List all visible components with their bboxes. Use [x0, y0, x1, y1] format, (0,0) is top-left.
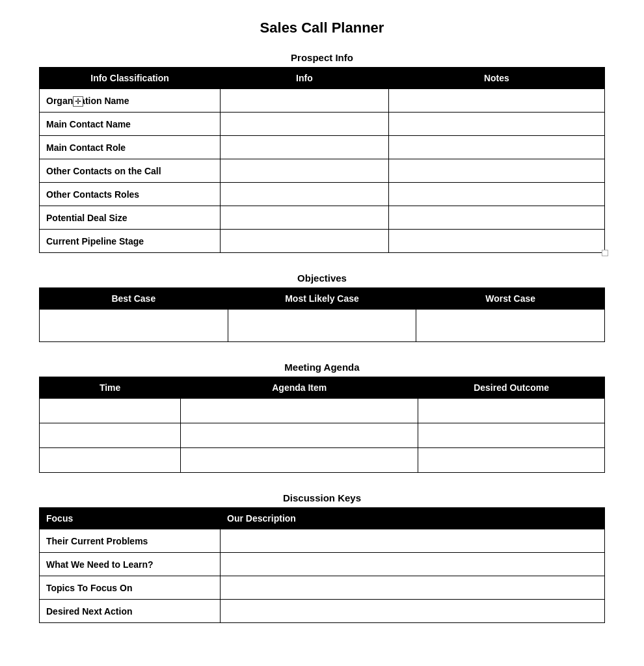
- discussion-header-row: Focus Our Description: [40, 508, 605, 529]
- agenda-table: Time Agenda Item Desired Outcome: [39, 377, 605, 473]
- discussion-focus-3: Desired Next Action: [40, 600, 221, 623]
- prospect-col-classification: Info Classification: [40, 68, 221, 89]
- agenda-time-0[interactable]: [40, 399, 181, 423]
- prospect-row-notes-3[interactable]: [388, 159, 604, 183]
- agenda-col-item: Agenda Item: [181, 377, 418, 399]
- prospect-row-label-5: Potential Deal Size: [40, 206, 221, 230]
- agenda-outcome-2[interactable]: [418, 448, 605, 473]
- prospect-data-row: Main Contact Role: [40, 136, 605, 159]
- objectives-likely-cell[interactable]: [228, 310, 416, 342]
- prospect-row-notes-4[interactable]: [388, 183, 604, 206]
- prospect-row-notes-5[interactable]: [388, 206, 604, 230]
- agenda-col-outcome: Desired Outcome: [418, 377, 605, 399]
- prospect-row-info-1[interactable]: [221, 113, 389, 136]
- discussion-table: Focus Our Description Their Current Prob…: [39, 507, 605, 623]
- prospect-data-row: Main Contact Name: [40, 113, 605, 136]
- discussion-desc-3[interactable]: [221, 600, 605, 623]
- discussion-desc-0[interactable]: [221, 529, 605, 553]
- meeting-agenda-section: Meeting Agenda Time Agenda Item Desired …: [39, 362, 605, 473]
- meeting-agenda-label: Meeting Agenda: [39, 362, 605, 373]
- objectives-section: Objectives Best Case Most Likely Case Wo…: [39, 273, 605, 342]
- discussion-focus-1: What We Need to Learn?: [40, 553, 221, 576]
- discussion-desc-1[interactable]: [221, 553, 605, 576]
- objectives-best-cell[interactable]: [40, 310, 228, 342]
- prospect-row-notes-0[interactable]: [388, 89, 604, 113]
- prospect-row-notes-2[interactable]: [388, 136, 604, 159]
- resize-handle[interactable]: ✛: [73, 96, 83, 107]
- prospect-row-info-4[interactable]: [221, 183, 389, 206]
- prospect-row-info-5[interactable]: [221, 206, 389, 230]
- prospect-data-row: Organization Name: [40, 89, 605, 113]
- discussion-desc-2[interactable]: [221, 576, 605, 600]
- objectives-col-worst: Worst Case: [416, 288, 605, 310]
- prospect-info-label: Prospect Info: [39, 52, 605, 63]
- prospect-row-label-0: Organization Name: [40, 89, 221, 113]
- discussion-focus-0: Their Current Problems: [40, 529, 221, 553]
- discussion-keys-label: Discussion Keys: [39, 492, 605, 503]
- agenda-header-row: Time Agenda Item Desired Outcome: [40, 377, 605, 399]
- page-title: Sales Call Planner: [39, 20, 605, 36]
- prospect-row-info-0[interactable]: [221, 89, 389, 113]
- prospect-row-label-3: Other Contacts on the Call: [40, 159, 221, 183]
- objectives-table: Best Case Most Likely Case Worst Case: [39, 287, 605, 342]
- prospect-row-label-1: Main Contact Name: [40, 113, 221, 136]
- agenda-col-time: Time: [40, 377, 181, 399]
- discussion-data-row: Desired Next Action: [40, 600, 605, 623]
- agenda-time-1[interactable]: [40, 423, 181, 448]
- prospect-info-table: Info Classification Info Notes Organizat…: [39, 67, 605, 253]
- prospect-row-label-2: Main Contact Role: [40, 136, 221, 159]
- objectives-header-row: Best Case Most Likely Case Worst Case: [40, 288, 605, 310]
- agenda-outcome-1[interactable]: [418, 423, 605, 448]
- prospect-row-info-2[interactable]: [221, 136, 389, 159]
- agenda-data-row: [40, 423, 605, 448]
- prospect-row-info-3[interactable]: [221, 159, 389, 183]
- objectives-data-row: [40, 310, 605, 342]
- agenda-item-0[interactable]: [181, 399, 418, 423]
- discussion-data-row: Topics To Focus On: [40, 576, 605, 600]
- prospect-data-row: Other Contacts Roles: [40, 183, 605, 206]
- discussion-focus-2: Topics To Focus On: [40, 576, 221, 600]
- discussion-data-row: What We Need to Learn?: [40, 553, 605, 576]
- prospect-data-row: Potential Deal Size: [40, 206, 605, 230]
- discussion-col-description: Our Description: [221, 508, 605, 529]
- agenda-data-row: [40, 448, 605, 473]
- prospect-row-label-6: Current Pipeline Stage: [40, 230, 221, 253]
- agenda-item-2[interactable]: [181, 448, 418, 473]
- prospect-col-notes: Notes: [388, 68, 604, 89]
- objectives-label: Objectives: [39, 273, 605, 284]
- prospect-data-row: Other Contacts on the Call: [40, 159, 605, 183]
- agenda-outcome-0[interactable]: [418, 399, 605, 423]
- agenda-item-1[interactable]: [181, 423, 418, 448]
- prospect-info-section: ✛ Prospect Info Info Classification Info…: [39, 52, 605, 253]
- prospect-row-notes-6[interactable]: [388, 230, 604, 253]
- prospect-header-row: Info Classification Info Notes: [40, 68, 605, 89]
- prospect-row-info-6[interactable]: [221, 230, 389, 253]
- agenda-time-2[interactable]: [40, 448, 181, 473]
- prospect-row-label-4: Other Contacts Roles: [40, 183, 221, 206]
- prospect-data-row: Current Pipeline Stage: [40, 230, 605, 253]
- prospect-row-notes-1[interactable]: [388, 113, 604, 136]
- prospect-col-info: Info: [221, 68, 389, 89]
- discussion-col-focus: Focus: [40, 508, 221, 529]
- objectives-worst-cell[interactable]: [416, 310, 605, 342]
- objectives-col-best: Best Case: [40, 288, 228, 310]
- objectives-col-likely: Most Likely Case: [228, 288, 416, 310]
- discussion-data-row: Their Current Problems: [40, 529, 605, 553]
- prospect-table-resize[interactable]: [602, 250, 608, 256]
- discussion-keys-section: Discussion Keys Focus Our Description Th…: [39, 492, 605, 623]
- agenda-data-row: [40, 399, 605, 423]
